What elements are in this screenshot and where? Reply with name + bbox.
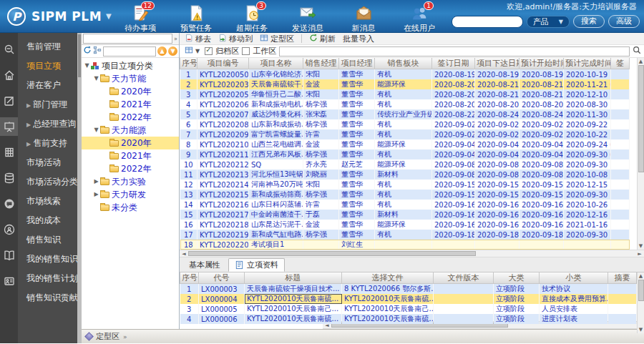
table-row[interactable]: 12KYTL2020214河南神马20万吨...宋阳董雪华有机2020-09-1… — [180, 180, 630, 190]
tree-structure-icon[interactable] — [93, 46, 102, 56]
warning-task-button[interactable]: 预警任务 — [177, 4, 215, 34]
search-icon[interactable] — [633, 46, 641, 56]
column-header[interactable]: 项目编号 — [197, 58, 249, 69]
table-row[interactable]: 4LX000006KYTL2020010天辰鲁南硫...KYTL2020010天… — [180, 314, 637, 324]
tree-combo-input[interactable] — [83, 34, 172, 44]
tree-node-2021年[interactable]: 2021年 — [82, 149, 179, 162]
column-header[interactable]: 选择文件 — [342, 272, 434, 284]
sidebar-item-我的销售知识[interactable]: 我的销售知识 — [18, 250, 82, 269]
column-header[interactable]: 代号 — [199, 272, 245, 284]
remove-button[interactable]: 移去 — [182, 34, 213, 44]
table-row[interactable]: 8KYTL2020210山西兰花电磁调...金波董雪华能源环保2020-09-0… — [180, 139, 630, 149]
table-row[interactable]: 9KYTL2020211江西兄弟布风板...杨学强董雪华有机2020-09-04… — [180, 149, 630, 159]
tree-search-down-button[interactable]: ▼ — [168, 46, 177, 56]
tree-toggle-icon[interactable]: ▶ — [92, 175, 100, 188]
tab-基本属性[interactable]: 基本属性 — [182, 258, 227, 272]
finalize-zone-panel-toggle[interactable]: 定型区 — [96, 331, 119, 342]
module-broadcast-icon[interactable] — [0, 220, 18, 239]
module-browse-icon[interactable] — [0, 40, 18, 59]
table-row[interactable]: 16KYTL2020218山东昆达污泥干...金波董雪华能源环保2020-09-… — [180, 220, 630, 230]
sidebar-item-市场线索[interactable]: 市场线索 — [18, 192, 82, 211]
module-chat-icon[interactable] — [0, 195, 18, 213]
table-row[interactable]: 7KYTL2020209富宁凯雷螺旋量...许雷董雪华有机2020-09-02 … — [180, 129, 630, 139]
module-home-icon[interactable] — [0, 66, 18, 84]
module-present-icon[interactable] — [0, 117, 18, 136]
table-row[interactable]: 13KYTL2020215新和成振动筛商...杨学强董雪华有机2020-09-1… — [180, 190, 630, 200]
main-table-hscrollbar[interactable]: ◄► — [180, 250, 644, 257]
finalize-zone-button[interactable]: 定型区 — [258, 34, 296, 44]
table-search-input[interactable] — [279, 46, 630, 56]
main-table-vscrollbar[interactable]: ▲▼ — [637, 58, 644, 250]
column-settings-button[interactable]: ▼ — [182, 46, 202, 56]
table-row[interactable]: 2LX000004KYTL2020010天辰鲁南硫...KYTL2020010天… — [180, 294, 637, 304]
table-row[interactable]: 10KYTL2020212SQ齐永亮赵元芝能源环保2020-09-08 10:.… — [180, 159, 630, 169]
tree-node-天力节能[interactable]: ▼天力节能 — [82, 72, 179, 85]
column-header[interactable]: 序号 — [180, 272, 199, 284]
tree-node-2020年[interactable]: 2020年 — [82, 85, 179, 98]
column-header[interactable]: 签订日期 — [432, 58, 475, 69]
workspace-checkbox[interactable] — [242, 47, 250, 55]
tab-立项资料[interactable]: 立项资料 — [228, 258, 285, 272]
column-header[interactable]: 签 — [611, 58, 630, 69]
global-search-input[interactable] — [452, 16, 523, 28]
sidebar-item-我的成本[interactable]: 我的成本 — [18, 211, 82, 230]
new-message-button[interactable]: 新消息 — [345, 4, 382, 34]
table-row[interactable]: 11KYTL2020213河北乐恒13吨锅...刘晓丽董雪华新材料2020-09… — [180, 169, 630, 180]
search-category-select[interactable]: 产品 ▼ — [527, 16, 570, 28]
tree-toggle-icon[interactable]: ▼ — [92, 124, 100, 137]
column-header[interactable]: 项目经理 — [339, 58, 375, 69]
sidebar-item-市场活动[interactable]: 市场活动 — [18, 153, 82, 172]
module-book-icon[interactable] — [0, 246, 18, 265]
tree-refresh-icon[interactable] — [83, 46, 92, 56]
column-header[interactable]: 标题 — [245, 272, 342, 284]
move-to-button[interactable]: 移动到 — [216, 34, 255, 44]
sidebar-item-部门管理[interactable]: ▶部门管理 — [18, 95, 82, 114]
sidebar-item-潜在客户[interactable]: 潜在客户 — [18, 76, 82, 95]
column-header[interactable]: 大类 — [494, 272, 540, 284]
sidebar-item-总经理查询[interactable]: ▶总经理查询 — [18, 114, 82, 134]
sidebar-scrollbar[interactable] — [77, 33, 82, 343]
module-database-icon[interactable] — [0, 169, 18, 187]
table-row[interactable]: 1KYTL2020050山东辛化锦纶济...宋阳董雪华有机2020-08-19 … — [180, 69, 630, 80]
table-row[interactable]: 3LX000005KYTL2020010天辰鲁南己...KYTL2020010天… — [180, 304, 637, 314]
tree-node-项目立项分类[interactable]: ▼项目立项分类 — [82, 59, 179, 72]
expand-chevron-icon[interactable]: » — [123, 333, 127, 340]
column-header[interactable]: 预计完成时间 — [564, 58, 611, 69]
sidebar-item-销售知识[interactable]: 销售知识 — [18, 230, 82, 250]
tree-node-2022年[interactable]: 2022年 — [82, 111, 179, 124]
tree-toggle-icon[interactable]: ▶ — [92, 188, 100, 201]
tree-search-input[interactable] — [103, 46, 156, 56]
tree-search-up-button[interactable]: ▲ — [157, 46, 167, 56]
table-row[interactable]: 5KYTL2020207威达沙特曼化科...张宋磊董雪华传统行业产业升级2020… — [180, 109, 630, 119]
app-logo[interactable]: P SIPM PLM ▼ — [0, 0, 122, 32]
combo-collapse-icon[interactable]: » — [174, 36, 177, 42]
sidebar-item-售前支持[interactable]: ▶售前支持 — [18, 134, 82, 153]
overdue-task-button[interactable]: 超期任务3 — [233, 4, 270, 34]
tree-node-未分类[interactable]: 未分类 — [82, 201, 179, 214]
table-row[interactable]: 15KYTL2020217中金岭南菌渣干...于磊董雪华新材料2020-09-1… — [180, 210, 630, 220]
table-row[interactable]: 4KYTL2020206新和成振动电机...杨学强董雪华有机2020-08-20… — [180, 99, 630, 109]
tree-node-2020年[interactable]: 2020年 — [82, 137, 179, 149]
column-header[interactable]: 项目下达日期 — [475, 58, 519, 69]
send-message-button[interactable]: 发送消息 — [289, 4, 326, 34]
column-header[interactable]: 销售经理 — [303, 58, 339, 69]
column-header[interactable]: 销售板块 — [375, 58, 432, 69]
search-button[interactable]: 搜索 — [573, 15, 605, 28]
tree-node-天力实验[interactable]: ▶天力实验 — [82, 175, 179, 188]
online-users-button[interactable]: 在线用户1 — [401, 4, 438, 34]
column-header[interactable]: 项目名称 — [249, 58, 303, 69]
sidebar-item-市场活动分类[interactable]: 市场活动分类 — [18, 172, 82, 192]
column-header[interactable]: 文件版本 — [434, 272, 494, 284]
archive-checkbox[interactable] — [205, 47, 213, 55]
tree-toggle-icon[interactable]: ▼ — [83, 59, 91, 72]
detail-table-vscrollbar[interactable]: ▲▼ — [637, 272, 644, 333]
tree-node-2022年[interactable]: 2022年 — [82, 162, 179, 175]
batch-import-button[interactable]: 批量导入 — [341, 34, 376, 44]
table-row[interactable]: 1LX000003天辰鲁南硫铵干燥项目技术...8 KYTL2020066 鄂尔… — [180, 284, 637, 295]
module-building-icon[interactable] — [0, 143, 18, 162]
table-row[interactable]: 17KYTL2020219新和成气缸电路...杨学强董雪华有机2020-09-1… — [180, 230, 630, 240]
tree-node-天力研发[interactable]: ▶天力研发 — [82, 188, 179, 201]
todo-button[interactable]: 待办事项12 — [122, 4, 159, 34]
logo-dropdown-icon[interactable]: ▼ — [106, 12, 112, 20]
column-header[interactable]: 小类 — [540, 272, 608, 284]
